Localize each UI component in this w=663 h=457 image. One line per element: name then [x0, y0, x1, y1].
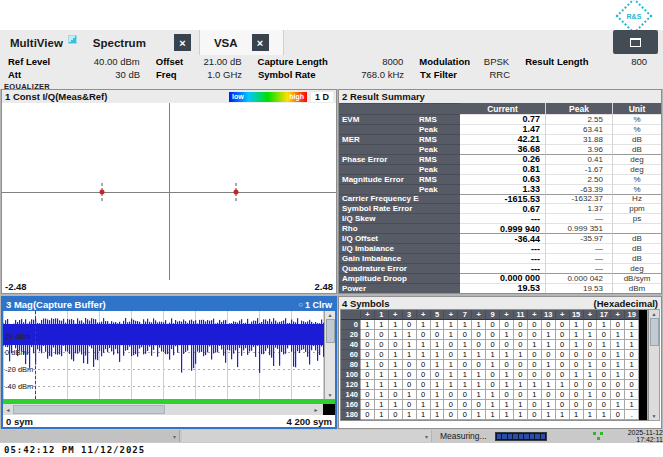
setting-capture-length[interactable]: Capture Length8000: [258, 56, 420, 67]
symbol-bit-cell: 1: [431, 340, 445, 350]
scroll-down-icon[interactable]: ▼: [328, 392, 333, 398]
setting-offset[interactable]: Offset21.00 dB: [156, 56, 258, 67]
scroll-right-icon[interactable]: ►: [311, 407, 321, 413]
setting-label: Symbol Rate: [258, 69, 316, 80]
dropdown-arrow-icon: ▾: [173, 433, 176, 440]
symbols-row-offset: 140: [341, 390, 361, 400]
symbol-bit-cell: 1: [625, 390, 639, 400]
constellation-point-2: [234, 189, 239, 194]
symbols-vscroll-thumb[interactable]: [650, 318, 659, 346]
symbol-bit-cell: 0: [597, 360, 611, 370]
symbols-col-header: 3: [403, 310, 417, 320]
symbols-col-header: 17: [597, 310, 611, 320]
tab-multiview[interactable]: MultiView: [10, 35, 77, 51]
symbol-bit-cell: 1: [458, 340, 472, 350]
setting-tx-filter[interactable]: Tx FilterRRC: [420, 69, 526, 80]
symbol-bit-cell: 1: [472, 320, 486, 330]
result-subname: [419, 223, 460, 233]
tab-vsa-close-icon[interactable]: ×: [252, 34, 269, 51]
symbols-table-wrap: +1+3+5+7+9+11+13+15+17+19011101111100000…: [340, 309, 660, 421]
mag-capture-window: 3 Mag(Capture Buffer) ○ 1 Clrw 20 dBm0 d…: [1, 296, 337, 429]
column-header-peak: Peak: [545, 103, 612, 114]
symbol-bit-cell: 0: [444, 400, 458, 410]
symbols-row: 4000011101000011010111: [341, 340, 648, 350]
setting-freq[interactable]: Freq1.0 GHz: [156, 69, 258, 80]
symbol-bit-cell: 0: [556, 320, 570, 330]
symbol-bit-cell: 1: [528, 340, 542, 350]
setting-modulation[interactable]: ModulationBPSK: [419, 56, 525, 67]
tab-spectrum-close-icon[interactable]: ×: [174, 34, 191, 51]
status-date: 2025-11-12: [613, 429, 663, 437]
result-current-value: 0.63: [460, 174, 545, 184]
symbols-vertical-scrollbar[interactable]: ▲ ▼: [649, 309, 660, 421]
symbol-bit-cell: 1: [472, 350, 486, 360]
symbol-bit-cell: 1: [584, 360, 598, 370]
mag-capture-titlebar[interactable]: 3 Mag(Capture Buffer) ○ 1 Clrw: [3, 298, 335, 311]
tab-vsa-label: VSA: [214, 37, 238, 49]
result-subname: [419, 213, 460, 223]
result-name: EVM: [339, 114, 419, 124]
symbol-bit-cell: 1: [458, 370, 472, 380]
symbol-bit-cell: 0: [403, 360, 417, 370]
scroll-up-icon[interactable]: ▲: [652, 311, 657, 317]
symbol-bit-cell: 0: [584, 350, 598, 360]
progress-segment: [535, 434, 539, 439]
result-current-value: 0.77: [460, 114, 545, 124]
mag-capture-plot[interactable]: 20 dBm0 dBm-20 dBm-40 dBm: [3, 311, 324, 399]
result-row: I/Q Skew---—ps: [339, 213, 661, 223]
mag-horizontal-scrollbar[interactable]: ◄ ►: [3, 404, 335, 415]
result-current-value: 42.21: [460, 134, 545, 144]
scroll-up-icon[interactable]: ▲: [328, 312, 333, 318]
symbols-titlebar[interactable]: 4 Symbols (Hexadecimal): [339, 297, 661, 309]
scroll-left-icon[interactable]: ◄: [3, 407, 13, 413]
scroll-down-icon[interactable]: ▼: [652, 413, 657, 419]
trace-1-clrw-label: ○ 1 Clrw: [298, 300, 332, 310]
symbol-bit-cell: 1: [472, 390, 486, 400]
setting-att[interactable]: Att30 dB: [8, 69, 156, 80]
result-current-value: 0.999 940: [460, 223, 545, 233]
symbol-bit-cell: 1: [597, 410, 611, 420]
setting-ref-level[interactable]: Ref Level40.00 dBm: [8, 56, 156, 67]
settings-row-1: Ref Level40.00 dBmOffset21.00 dBCapture …: [0, 55, 663, 68]
result-row: Peak1.4763.41%: [339, 124, 661, 134]
setting-value: BPSK: [484, 56, 509, 67]
result-current-value: ---: [460, 243, 545, 253]
result-current-value: -1615.53: [460, 194, 545, 204]
constellation-plot[interactable]: [2, 103, 336, 280]
symbol-bit-cell: 0: [458, 400, 472, 410]
result-row: Quadrature Error---—deg: [339, 263, 661, 273]
mag-vertical-scrollbar[interactable]: ▲ ▼: [324, 311, 335, 399]
mag-vscroll-thumb[interactable]: [326, 319, 335, 343]
setting-value: 800: [631, 56, 647, 67]
result-row: Carrier Frequency Error-1615.53-1632.37H…: [339, 194, 661, 204]
symbol-bit-cell: 1: [431, 390, 445, 400]
result-name: [339, 184, 419, 194]
print-screen-button[interactable]: [613, 30, 658, 54]
result-peak-value: 31.88: [545, 134, 612, 144]
symbol-bit-cell: 0: [514, 320, 528, 330]
symbol-bit-cell: 0: [458, 330, 472, 340]
result-unit: ps: [612, 213, 661, 223]
result-summary-header-row: Current Peak Unit: [339, 103, 661, 114]
mag-hscroll-thumb[interactable]: [13, 405, 165, 414]
symbol-bit-cell: 1: [514, 380, 528, 390]
result-summary-titlebar[interactable]: 2 Result Summary: [339, 90, 661, 103]
setting-value: 21.00 dB: [204, 56, 242, 67]
result-name: Magnitude Error: [339, 174, 419, 184]
tab-spectrum[interactable]: Spectrum: [93, 37, 146, 49]
symbol-bit-cell: 1: [486, 390, 500, 400]
tab-vsa[interactable]: VSA ×: [199, 30, 284, 55]
symbols-col-header: +: [500, 310, 514, 320]
setting-result-length[interactable]: Result Length800: [525, 56, 663, 67]
result-subname: Peak: [419, 124, 460, 134]
symbol-bit-cell: 1: [625, 340, 639, 350]
result-row: Peak0.81-1.67deg: [339, 164, 661, 174]
setting-symbol-rate[interactable]: Symbol Rate768.0 kHz: [258, 69, 420, 80]
const-iq-titlebar[interactable]: 1 Const I/Q(Meas&Ref) low high 1 D: [2, 90, 336, 103]
symbol-bit-cell: 0: [514, 330, 528, 340]
result-name: MER: [339, 134, 419, 144]
symbol-bit-cell: 0: [611, 390, 625, 400]
status-dropdown-middle[interactable]: ▾: [182, 430, 432, 442]
result-unit: dB: [612, 233, 661, 243]
status-dropdown-left[interactable]: ▾: [0, 430, 180, 442]
